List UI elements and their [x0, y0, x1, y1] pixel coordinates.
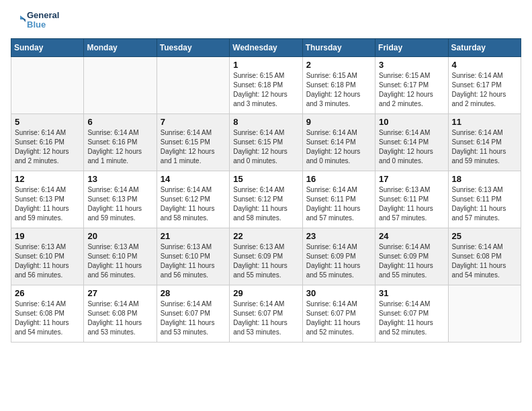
cell-info: Sunrise: 6:13 AM Sunset: 6:10 PM Dayligh… [161, 242, 226, 280]
day-number: 13 [87, 174, 152, 184]
week-row-3: 19Sunrise: 6:13 AM Sunset: 6:10 PM Dayli… [11, 228, 521, 285]
logo-bird-icon [11, 13, 26, 28]
cell-info: Sunrise: 6:14 AM Sunset: 6:14 PM Dayligh… [452, 128, 517, 166]
cell-info: Sunrise: 6:14 AM Sunset: 6:08 PM Dayligh… [15, 300, 80, 337]
calendar-cell: 25Sunrise: 6:14 AM Sunset: 6:08 PM Dayli… [448, 228, 521, 285]
cell-info: Sunrise: 6:14 AM Sunset: 6:09 PM Dayligh… [379, 242, 444, 280]
day-number: 27 [87, 288, 152, 298]
day-number: 4 [452, 60, 517, 70]
weekday-header-tuesday: Tuesday [157, 38, 229, 56]
calendar-cell [448, 285, 521, 342]
cell-info: Sunrise: 6:14 AM Sunset: 6:09 PM Dayligh… [306, 242, 371, 280]
cell-info: Sunrise: 6:14 AM Sunset: 6:07 PM Dayligh… [161, 300, 226, 337]
cell-info: Sunrise: 6:14 AM Sunset: 6:07 PM Dayligh… [233, 300, 298, 337]
calendar-cell: 30Sunrise: 6:14 AM Sunset: 6:07 PM Dayli… [302, 285, 375, 342]
cell-info: Sunrise: 6:14 AM Sunset: 6:16 PM Dayligh… [87, 128, 152, 166]
calendar-cell: 12Sunrise: 6:14 AM Sunset: 6:13 PM Dayli… [11, 171, 84, 228]
cell-info: Sunrise: 6:13 AM Sunset: 6:09 PM Dayligh… [233, 242, 298, 280]
day-number: 3 [379, 60, 444, 70]
calendar-cell: 5Sunrise: 6:14 AM Sunset: 6:16 PM Daylig… [11, 113, 84, 171]
weekday-header-thursday: Thursday [302, 38, 375, 56]
day-number: 26 [15, 288, 80, 298]
weekday-header-sunday: Sunday [11, 38, 84, 56]
cell-info: Sunrise: 6:14 AM Sunset: 6:13 PM Dayligh… [87, 185, 152, 223]
calendar-cell: 26Sunrise: 6:14 AM Sunset: 6:08 PM Dayli… [11, 285, 84, 342]
weekday-header-monday: Monday [84, 38, 157, 56]
calendar-cell: 20Sunrise: 6:13 AM Sunset: 6:10 PM Dayli… [84, 228, 157, 285]
logo-general: General [27, 11, 59, 20]
calendar-cell: 17Sunrise: 6:13 AM Sunset: 6:11 PM Dayli… [375, 171, 448, 228]
calendar-cell: 16Sunrise: 6:14 AM Sunset: 6:11 PM Dayli… [302, 171, 375, 228]
cell-info: Sunrise: 6:14 AM Sunset: 6:08 PM Dayligh… [87, 300, 152, 337]
calendar-cell: 31Sunrise: 6:14 AM Sunset: 6:07 PM Dayli… [375, 285, 448, 342]
header: General Blue [11, 11, 521, 30]
day-number: 17 [379, 174, 444, 184]
calendar-cell: 13Sunrise: 6:14 AM Sunset: 6:13 PM Dayli… [84, 171, 157, 228]
calendar-cell: 6Sunrise: 6:14 AM Sunset: 6:16 PM Daylig… [84, 113, 157, 171]
weekday-header-saturday: Saturday [448, 38, 521, 56]
day-number: 23 [306, 231, 371, 241]
day-number: 21 [161, 231, 226, 241]
cell-info: Sunrise: 6:14 AM Sunset: 6:07 PM Dayligh… [379, 300, 444, 337]
calendar-cell: 29Sunrise: 6:14 AM Sunset: 6:07 PM Dayli… [230, 285, 302, 342]
day-number: 20 [87, 231, 152, 241]
calendar-cell: 1Sunrise: 6:15 AM Sunset: 6:18 PM Daylig… [230, 56, 302, 113]
cell-info: Sunrise: 6:14 AM Sunset: 6:12 PM Dayligh… [233, 185, 298, 223]
cell-info: Sunrise: 6:14 AM Sunset: 6:15 PM Dayligh… [161, 128, 226, 166]
day-number: 2 [306, 60, 371, 70]
week-row-2: 12Sunrise: 6:14 AM Sunset: 6:13 PM Dayli… [11, 171, 521, 228]
cell-info: Sunrise: 6:14 AM Sunset: 6:16 PM Dayligh… [15, 128, 80, 166]
calendar-cell: 11Sunrise: 6:14 AM Sunset: 6:14 PM Dayli… [448, 113, 521, 171]
day-number: 24 [379, 231, 444, 241]
day-number: 30 [306, 288, 371, 298]
week-row-1: 5Sunrise: 6:14 AM Sunset: 6:16 PM Daylig… [11, 113, 521, 171]
cell-info: Sunrise: 6:14 AM Sunset: 6:14 PM Dayligh… [306, 128, 371, 166]
calendar-cell: 18Sunrise: 6:13 AM Sunset: 6:11 PM Dayli… [448, 171, 521, 228]
day-number: 9 [306, 117, 371, 127]
calendar-cell: 21Sunrise: 6:13 AM Sunset: 6:10 PM Dayli… [157, 228, 229, 285]
day-number: 15 [233, 174, 298, 184]
cell-info: Sunrise: 6:14 AM Sunset: 6:08 PM Dayligh… [452, 242, 517, 280]
calendar-cell [11, 56, 84, 113]
calendar-cell: 19Sunrise: 6:13 AM Sunset: 6:10 PM Dayli… [11, 228, 84, 285]
day-number: 16 [306, 174, 371, 184]
day-number: 12 [15, 174, 80, 184]
cell-info: Sunrise: 6:15 AM Sunset: 6:18 PM Dayligh… [233, 71, 298, 109]
cell-info: Sunrise: 6:14 AM Sunset: 6:17 PM Dayligh… [452, 71, 517, 109]
day-number: 22 [233, 231, 298, 241]
calendar-cell: 28Sunrise: 6:14 AM Sunset: 6:07 PM Dayli… [157, 285, 229, 342]
cell-info: Sunrise: 6:14 AM Sunset: 6:11 PM Dayligh… [306, 185, 371, 223]
calendar-cell [157, 56, 229, 113]
day-number: 8 [233, 117, 298, 127]
calendar-cell: 24Sunrise: 6:14 AM Sunset: 6:09 PM Dayli… [375, 228, 448, 285]
day-number: 14 [161, 174, 226, 184]
cell-info: Sunrise: 6:14 AM Sunset: 6:14 PM Dayligh… [379, 128, 444, 166]
day-number: 6 [87, 117, 152, 127]
calendar-cell: 9Sunrise: 6:14 AM Sunset: 6:14 PM Daylig… [302, 113, 375, 171]
cell-info: Sunrise: 6:13 AM Sunset: 6:11 PM Dayligh… [379, 185, 444, 223]
day-number: 18 [452, 174, 517, 184]
calendar-cell: 22Sunrise: 6:13 AM Sunset: 6:09 PM Dayli… [230, 228, 302, 285]
calendar-cell: 27Sunrise: 6:14 AM Sunset: 6:08 PM Dayli… [84, 285, 157, 342]
day-number: 7 [161, 117, 226, 127]
logo-container: General Blue [11, 11, 59, 30]
cell-info: Sunrise: 6:14 AM Sunset: 6:12 PM Dayligh… [161, 185, 226, 223]
day-number: 19 [15, 231, 80, 241]
day-number: 25 [452, 231, 517, 241]
calendar-cell: 2Sunrise: 6:15 AM Sunset: 6:18 PM Daylig… [302, 56, 375, 113]
calendar-cell: 8Sunrise: 6:14 AM Sunset: 6:15 PM Daylig… [230, 113, 302, 171]
cell-info: Sunrise: 6:14 AM Sunset: 6:13 PM Dayligh… [15, 185, 80, 223]
calendar: SundayMondayTuesdayWednesdayThursdayFrid… [11, 38, 521, 342]
day-number: 10 [379, 117, 444, 127]
day-number: 28 [161, 288, 226, 298]
cell-info: Sunrise: 6:15 AM Sunset: 6:17 PM Dayligh… [379, 71, 444, 109]
day-number: 11 [452, 117, 517, 127]
calendar-cell: 4Sunrise: 6:14 AM Sunset: 6:17 PM Daylig… [448, 56, 521, 113]
logo-blue: Blue [27, 20, 59, 30]
week-row-0: 1Sunrise: 6:15 AM Sunset: 6:18 PM Daylig… [11, 56, 521, 113]
calendar-cell: 10Sunrise: 6:14 AM Sunset: 6:14 PM Dayli… [375, 113, 448, 171]
cell-info: Sunrise: 6:13 AM Sunset: 6:10 PM Dayligh… [87, 242, 152, 280]
cell-info: Sunrise: 6:13 AM Sunset: 6:10 PM Dayligh… [15, 242, 80, 280]
day-number: 31 [379, 288, 444, 298]
calendar-cell: 14Sunrise: 6:14 AM Sunset: 6:12 PM Dayli… [157, 171, 229, 228]
